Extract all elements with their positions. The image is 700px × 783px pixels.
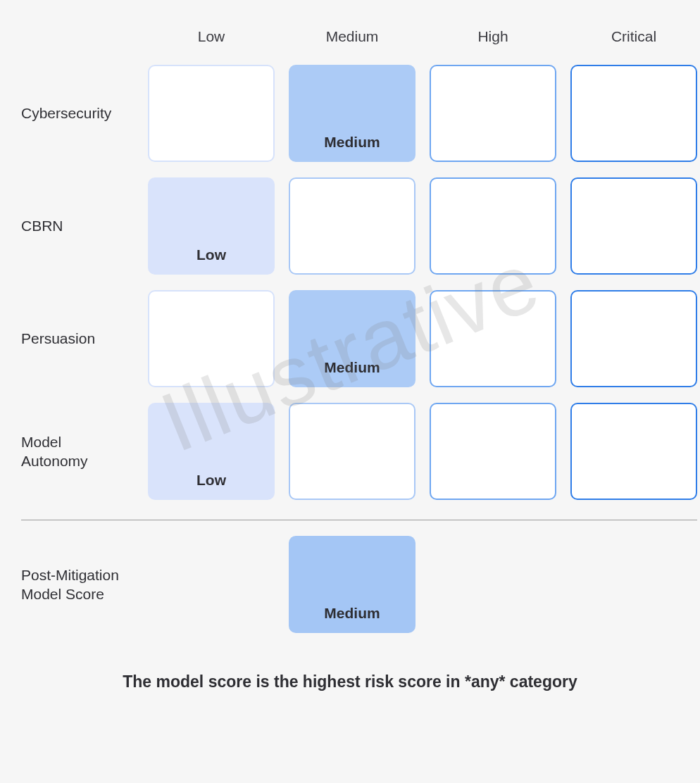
cell-model-autonomy-low: Low — [148, 403, 275, 500]
row-label-cybersecurity: Cybersecurity — [21, 65, 134, 162]
col-header-medium: Medium — [289, 28, 415, 49]
cell-model-autonomy-high — [430, 403, 556, 500]
cell-model-autonomy-medium — [289, 403, 415, 500]
cell-score-medium: Medium — [289, 536, 415, 633]
scorecard-grid: Low Medium High Critical Cybersecurity M… — [21, 28, 679, 633]
cell-persuasion-critical — [570, 290, 697, 387]
cell-cbrn-low: Low — [148, 177, 275, 275]
row-label-model-autonomy: Model Autonomy — [21, 403, 134, 500]
cell-persuasion-low — [148, 290, 275, 387]
row-label-score: Post-Mitigation Model Score — [21, 536, 134, 633]
divider — [21, 520, 697, 520]
cell-persuasion-medium: Medium — [289, 290, 415, 387]
col-header-critical: Critical — [570, 28, 697, 49]
cell-model-autonomy-critical — [570, 403, 697, 500]
cell-cybersecurity-critical — [570, 65, 697, 162]
cell-cybersecurity-low — [148, 65, 275, 162]
cell-cbrn-critical — [570, 177, 697, 275]
cell-cybersecurity-medium: Medium — [289, 65, 415, 162]
col-header-high: High — [430, 28, 556, 49]
row-label-cbrn: CBRN — [21, 177, 134, 275]
cell-cybersecurity-high — [430, 65, 556, 162]
cell-cbrn-high — [430, 177, 556, 275]
col-header-low: Low — [148, 28, 275, 49]
caption-text: The model score is the highest risk scor… — [21, 672, 679, 691]
row-label-persuasion: Persuasion — [21, 290, 134, 387]
cell-cbrn-medium — [289, 177, 415, 275]
cell-persuasion-high — [430, 290, 556, 387]
